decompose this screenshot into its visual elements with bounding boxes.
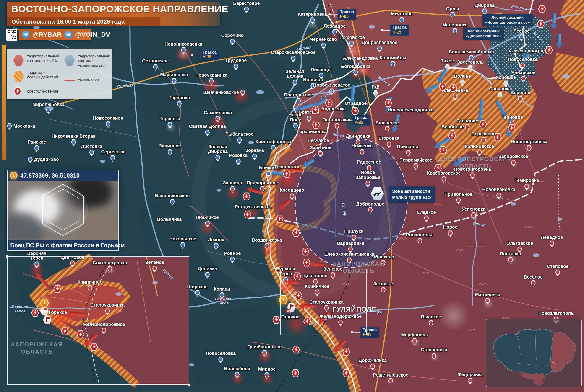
road-callout: ТрассаР-85 xyxy=(361,327,379,338)
river-label: Вороная xyxy=(479,72,494,86)
advance-arrow-blue xyxy=(550,12,558,30)
town-marker-icon xyxy=(441,176,446,183)
town-name: Новогеоргиевка xyxy=(511,139,547,144)
attack-glow xyxy=(209,114,227,132)
clash-icon xyxy=(77,330,84,339)
channel-handle-rybar[interactable]: @RYBAR xyxy=(32,31,62,38)
clash-icon xyxy=(283,169,291,178)
town: Сергеевка xyxy=(101,150,124,162)
town-name: Фёдоровка xyxy=(457,372,483,377)
town-marker-icon xyxy=(324,305,329,312)
settlement-haze xyxy=(345,43,361,59)
town-marker-icon xyxy=(367,165,372,172)
town: Новое Поле xyxy=(288,112,303,130)
town-name: Первомайское xyxy=(399,158,432,163)
town-name: Новоивановка xyxy=(482,187,515,192)
region-label: ЗАПОРОЖСКАЯ ОБЛАСТЬ xyxy=(11,341,63,355)
channel-handle-voin-dv[interactable]: @VOIN_DV xyxy=(75,31,110,38)
town-name: Яблоково xyxy=(372,254,394,260)
town-marker-icon xyxy=(385,126,390,133)
ukraine-minimap xyxy=(486,318,582,388)
town-marker-icon xyxy=(386,141,392,148)
town: Герасимовка xyxy=(297,129,327,134)
town-name: Придорожное xyxy=(247,180,278,186)
town-name: Широкое xyxy=(187,284,208,290)
town-name: Железнодорожное xyxy=(319,314,362,319)
town-name: Доброполье xyxy=(356,202,384,207)
road-callout-number: Н-15 xyxy=(203,55,217,60)
town-name: Даниловка xyxy=(346,134,370,139)
town-marker-icon xyxy=(445,64,450,71)
settlement-haze xyxy=(260,350,270,359)
town: Ровнополье xyxy=(406,233,434,245)
clash-icon xyxy=(244,210,251,219)
town-name: Новоселовка xyxy=(206,351,236,356)
clash-icon xyxy=(303,258,311,267)
town-marker-icon xyxy=(377,46,382,52)
town-marker-icon xyxy=(244,6,249,13)
town-name: Затишье xyxy=(373,282,393,287)
town-name: Волшебное xyxy=(224,366,250,371)
town-name: Калиновское xyxy=(465,144,494,149)
town: Новоалександровка xyxy=(388,108,433,113)
town: Новое Запорожье xyxy=(355,170,381,187)
town-marker-icon xyxy=(470,172,475,179)
town: Нечаевка xyxy=(352,144,373,156)
town-marker-icon xyxy=(520,62,525,69)
town: Староукраинка xyxy=(90,303,125,315)
town-name: Гай xyxy=(372,85,380,90)
town-marker-icon xyxy=(315,290,320,296)
town-name: Новое Поле xyxy=(288,112,303,122)
town: Новоселовка xyxy=(206,351,236,363)
title-box: ВОСТОЧНО-ЗАПОРОЖСКОЕ НАПРАВЛЕНИЕ Обстано… xyxy=(7,2,220,26)
photo-header: 1 47.873369, 36.510310 xyxy=(8,170,118,180)
clash-icon xyxy=(439,82,446,91)
clash-icon xyxy=(479,120,487,128)
town: Сосновка xyxy=(489,86,511,99)
town-name: Любицкое xyxy=(196,215,219,220)
town: Заречное xyxy=(310,145,332,158)
legend-label: территория боевых действий xyxy=(27,70,58,80)
clash-icon xyxy=(31,308,39,317)
town-name: Катериновка xyxy=(298,12,327,17)
town-name: Лесное xyxy=(513,29,529,34)
town-marker-icon xyxy=(360,149,365,156)
town: Первомайское xyxy=(399,158,432,170)
town: Степовое xyxy=(456,118,478,131)
town: Терновка xyxy=(169,96,190,108)
qr-code xyxy=(7,29,17,40)
photo-ref-marker: 1 xyxy=(10,171,18,180)
forest-callout: Лесной заказник «Новопавловский лес» xyxy=(482,14,533,26)
town: Рыбальское xyxy=(225,132,253,144)
settlement-haze xyxy=(165,122,176,133)
town-name: Песчаное xyxy=(308,138,329,143)
town-name: Радостное xyxy=(357,160,381,165)
town-name: Егоровка xyxy=(379,136,399,141)
legend-label: укрепрайон xyxy=(78,77,99,82)
town-name: Еленоконстантиновка xyxy=(324,252,374,257)
town-name: Долинка xyxy=(198,266,217,272)
town: Писанцы xyxy=(311,67,332,80)
town-marker-icon xyxy=(7,123,12,130)
town-name: Криничное xyxy=(78,280,102,285)
town-name: Верхняя Терса xyxy=(276,267,295,276)
settlement-haze xyxy=(470,212,479,221)
town-marker-icon xyxy=(319,72,324,79)
town: Орлы xyxy=(446,6,459,19)
subtitle-strip: Обстановка на 16.00 1 марта 2026 года xyxy=(7,17,160,26)
town: Доброспасовое xyxy=(362,40,397,52)
town-marker-icon xyxy=(172,78,177,84)
town-marker-icon xyxy=(237,137,242,144)
town: Цветковое xyxy=(61,255,84,267)
town-name: Большемихайловка xyxy=(449,50,494,54)
road-callout-title: Трасса xyxy=(392,25,407,30)
town: Железнодорожное xyxy=(83,322,125,334)
town-name: Весёлое xyxy=(524,275,543,280)
clash-icon xyxy=(295,291,302,300)
legend-ua-hex-icon xyxy=(64,54,75,66)
road-callout-title: Трасса xyxy=(203,50,217,55)
river-label: Волчья xyxy=(297,45,312,52)
town-name: Староукраинка xyxy=(90,303,125,308)
town-name: Лесное xyxy=(208,237,224,242)
town-name: Левадное xyxy=(324,24,346,29)
